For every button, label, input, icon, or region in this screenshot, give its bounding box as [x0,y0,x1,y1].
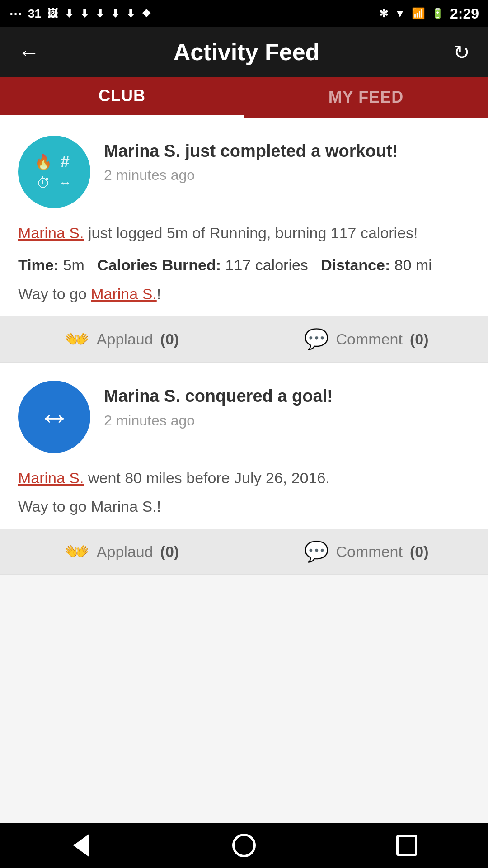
activity-body-text-1: just logged 5m of Running, burning 117 c… [84,224,418,241]
activity-header-1: 🔥 # ⏱ ↔ Marina S. just completed a worko… [0,118,488,217]
refresh-button[interactable]: ↻ [453,41,470,64]
image-icon: 🖼 [47,7,58,20]
arrows-icon: ↔ [56,175,74,192]
applaud-icon-2: 👐 [65,540,89,563]
activity-time-1: 2 minutes ago [104,167,470,184]
comment-count-1: (0) [410,330,429,348]
activity-body-2: Marina S. went 80 miles before July 26, … [0,462,488,529]
activity-description-2: Marina S. went 80 miles before July 26, … [18,467,470,490]
applaud-button-2[interactable]: 👐 Applaud (0) [0,529,244,574]
comment-button-2[interactable]: 💬 Comment (0) [244,529,488,574]
goal-arrows-icon: ↔ [38,398,70,435]
activity-title-1: Marina S. just completed a workout! [104,140,470,162]
activity-body-text-2: went 80 miles before July 26, 2016. [84,469,330,486]
avatar-circle-workout: 🔥 # ⏱ ↔ [18,136,90,208]
nav-bar: ← Activity Feed ↻ [0,27,488,77]
applaud-button-1[interactable]: 👐 Applaud (0) [0,316,244,362]
download-icon-2: ⬇ [80,7,89,20]
recents-nav-button[interactable] [389,827,425,863]
tab-club[interactable]: CLUB [0,77,244,118]
status-time: 2:29 [450,5,479,22]
comment-count-2: (0) [410,543,429,561]
comment-icon-2: 💬 [304,540,329,563]
user-link-way-1[interactable]: Marina S. [91,285,157,302]
status-icons-right: ✻ ▼ 📶 🔋 2:29 [379,5,479,22]
bottom-nav [0,823,488,868]
avatar-circle-goal: ↔ [18,381,90,453]
dropbox-icon: ❖ [141,7,151,20]
download-icon-5: ⬇ [126,7,135,20]
activity-card-1: 🔥 # ⏱ ↔ Marina S. just completed a worko… [0,118,488,363]
status-bar: ⋯ 31 🖼 ⬇ ⬇ ⬇ ⬇ ⬇ ❖ ✻ ▼ 📶 🔋 2:29 [0,0,488,27]
page-title: Activity Feed [174,38,320,66]
recents-square-icon [396,835,417,856]
distance-value: 80 mi [394,256,432,274]
user-link-2[interactable]: Marina S. [18,469,84,486]
hash-icon: # [56,152,74,171]
calories-value: 117 calories [225,256,308,274]
battery-icon: 🔋 [432,8,444,19]
applaud-count-2: (0) [160,543,179,561]
comment-label-1: Comment [336,330,403,348]
tab-myfeed[interactable]: MY FEED [244,77,488,118]
menu-icon: ⋯ [9,6,22,21]
activity-feed: 🔥 # ⏱ ↔ Marina S. just completed a worko… [0,118,488,575]
download-icon-4: ⬇ [111,7,120,20]
calories-label: Calories Burned: [97,256,221,274]
status-icons-left: ⋯ 31 🖼 ⬇ ⬇ ⬇ ⬇ ⬇ ❖ [9,6,151,21]
home-nav-button[interactable] [226,827,262,863]
time-label: Time: [18,256,59,274]
applaud-label-1: Applaud [97,330,153,348]
distance-label: Distance: [321,256,390,274]
signal-icon: 📶 [412,7,425,20]
activity-title-block-2: Marina S. conquered a goal! 2 minutes ag… [104,381,470,429]
back-triangle-icon [73,834,89,857]
way-end-1: ! [157,285,161,302]
activity-title-2: Marina S. conquered a goal! [104,385,470,407]
activity-time-2: 2 minutes ago [104,412,470,429]
timer-icon: ⏱ [34,175,52,192]
activity-description-1: Marina S. just logged 5m of Running, bur… [18,222,470,245]
way-to-go-text-1: Way to go [18,285,91,302]
activity-way-1: Way to go Marina S.! [18,285,470,303]
applaud-icon-1: 👐 [65,327,89,351]
activity-title-block-1: Marina S. just completed a workout! 2 mi… [104,136,470,184]
activity-way-2: Way to go Marina S.! [18,498,470,515]
time-value: 5m [63,256,84,274]
flame-icon: 🔥 [34,152,52,171]
avatar-2: ↔ [18,381,90,453]
feed-wrapper: 🔥 # ⏱ ↔ Marina S. just completed a worko… [0,118,488,620]
back-nav-button[interactable] [63,827,99,863]
download-icon-1: ⬇ [65,7,74,20]
activity-body-1: Marina S. just logged 5m of Running, bur… [0,217,488,316]
tab-bar: CLUB MY FEED [0,77,488,118]
bluetooth-icon: ✻ [379,7,388,20]
activity-stats-1: Time: 5m Calories Burned: 117 calories D… [18,253,470,277]
applaud-label-2: Applaud [97,543,153,561]
home-circle-icon [232,834,256,857]
avatar-1: 🔥 # ⏱ ↔ [18,136,90,208]
activity-header-2: ↔ Marina S. conquered a goal! 2 minutes … [0,363,488,462]
download-icon-3: ⬇ [95,7,104,20]
wifi-icon: ▼ [394,7,405,20]
comment-label-2: Comment [336,543,403,561]
comment-button-1[interactable]: 💬 Comment (0) [244,316,488,362]
activity-card-2: ↔ Marina S. conquered a goal! 2 minutes … [0,363,488,575]
way-to-go-text-2: Way to go Marina S.! [18,498,161,515]
back-button[interactable]: ← [18,40,40,65]
action-bar-2: 👐 Applaud (0) 💬 Comment (0) [0,529,488,574]
action-bar-1: 👐 Applaud (0) 💬 Comment (0) [0,316,488,362]
user-link-1[interactable]: Marina S. [18,224,84,241]
applaud-count-1: (0) [160,330,179,348]
comment-icon-1: 💬 [304,327,329,351]
calendar-icon: 31 [28,7,41,21]
